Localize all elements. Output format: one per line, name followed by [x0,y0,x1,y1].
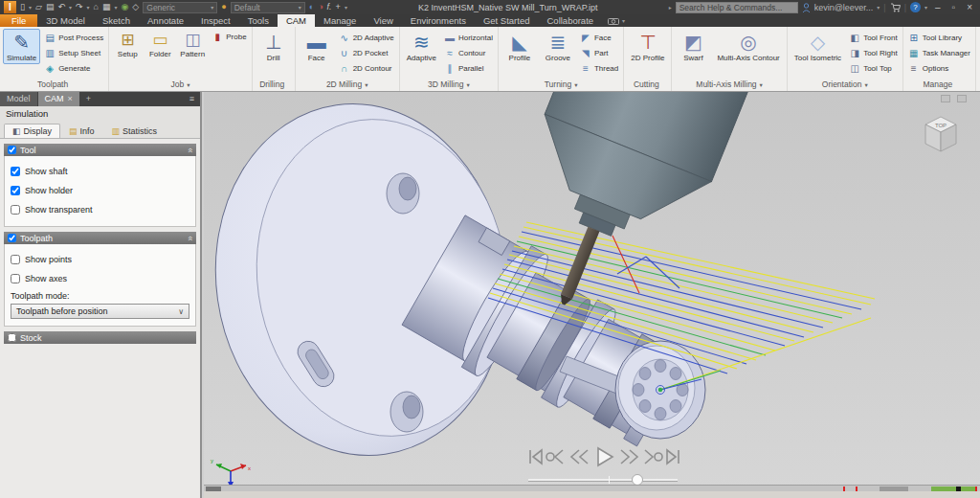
tab-view[interactable]: View [365,14,401,27]
ribbon-group-label-turning[interactable]: Turning▾ [499,79,623,91]
tool-isometric-button[interactable]: ◇ Tool Isometric [791,29,845,64]
2d-adaptive-button[interactable]: ∿ 2D Adaptive [337,30,396,45]
stock-section-header[interactable]: Stock [4,331,196,344]
minimize-button[interactable]: – [931,1,945,13]
ribbon-group-label-cutting[interactable]: Cutting [624,79,671,91]
face-button[interactable]: ▬ Face [299,29,335,64]
generate-button[interactable]: ◈ Generate [42,60,105,76]
thread-button[interactable]: ≡ Thread [578,60,620,76]
tab-environments[interactable]: Environments [402,14,475,27]
adaptive-button[interactable]: ≋ Adaptive [403,29,440,64]
render-icon[interactable]: ▦ [102,1,111,13]
undo-caret-icon[interactable]: ▾ [69,4,72,11]
username[interactable]: kevin@leever... [814,3,874,12]
collapse-pin-icon[interactable]: « [185,147,194,152]
pattern-button[interactable]: ◫ Pattern [177,29,208,59]
tab-annotate[interactable]: Annotate [139,14,192,27]
tab-cam[interactable]: CAM [278,14,315,27]
add-panel-tab-button[interactable]: + [80,92,97,106]
home-icon[interactable]: ⌂ [94,1,99,13]
toolpath-section-header[interactable]: Toolpath « [4,232,196,244]
panel-menu-icon[interactable]: ≡ [184,92,200,106]
play-button[interactable] [598,448,612,465]
previous-operation-button[interactable] [546,450,563,464]
redo-caret-icon[interactable]: ▾ [87,4,90,11]
cart-icon[interactable] [890,3,901,12]
tab-sketch[interactable]: Sketch [94,14,139,27]
show-transparent-checkbox[interactable] [11,205,20,215]
setup-sheet-button[interactable]: ▥ Setup Sheet [42,45,105,60]
ribbon-group-label-3d-milling[interactable]: 3D Milling▾ [400,79,498,91]
fx-parameters-icon[interactable]: f. [327,1,332,13]
undo-icon[interactable]: ↶ [57,1,65,13]
tab-info[interactable]: ▤ Info [60,124,103,138]
tab-3d-model[interactable]: 3D Model [37,14,94,27]
tab-get-started[interactable]: Get Started [475,14,539,27]
ribbon-group-label-manage[interactable]: Manage [903,79,975,91]
appearance-dropdown[interactable]: Default ▾ [231,2,305,13]
tabrow-caret-icon[interactable]: ▾ [622,17,625,24]
camera-icon[interactable] [608,17,619,25]
viewcube[interactable]: TOP [925,117,956,151]
search-flyout-icon[interactable]: ▸ [669,4,672,11]
tab-inspect[interactable]: Inspect [192,14,239,27]
qat-overflow-caret-icon[interactable]: ▾ [345,4,347,11]
tool-library-button[interactable]: ⊞ Tool Library [906,30,972,45]
post-process-button[interactable]: ▤ Post Process [42,30,105,45]
folder-button[interactable]: ▭ Folder [145,29,175,59]
probe-button[interactable]: ▮ Probe [210,29,248,44]
rewind-button[interactable] [571,450,588,464]
tab-file[interactable]: File [0,14,37,27]
panel-tab-cam[interactable]: CAM× [38,92,79,106]
ribbon-group-label-job[interactable]: Job▾ [109,79,251,91]
profile-button[interactable]: ◣ Profile [501,29,538,64]
appearance-sphere-icon[interactable]: ● [221,1,226,13]
tool-section-checkbox[interactable] [8,146,16,154]
tab-statistics[interactable]: ▥ Statistics [103,124,167,138]
show-shaft-checkbox[interactable] [11,167,20,176]
show-points-checkbox[interactable] [11,255,20,264]
open-icon[interactable]: ▱ [35,1,42,13]
turn-part-button[interactable]: ◥ Part [578,45,620,60]
ribbon-group-label-toolpath[interactable]: Toolpath [0,79,108,91]
skip-to-start-button[interactable] [530,450,542,464]
ribbon-group-label-2d-milling[interactable]: 2D Milling▾ [296,79,399,91]
account-caret-icon[interactable]: ▾ [877,4,880,11]
close-cam-tab-icon[interactable]: × [68,94,73,103]
turn-face-button[interactable]: ◤ Face [578,30,620,45]
tool-top-button[interactable]: ◫ Tool Top [847,60,900,76]
stock-section-checkbox[interactable] [8,333,16,342]
ribbon-group-label-orientation[interactable]: Orientation▾ [788,79,902,91]
swarf-button[interactable]: ◩ Swarf [675,29,711,64]
viewcube-top-label[interactable]: TOP [935,123,947,128]
help-icon[interactable]: ? [910,2,921,12]
ribbon-group-label-drilling[interactable]: Drilling [253,79,295,91]
navigation-bar-icon[interactable] [941,95,950,102]
search-input[interactable] [676,2,798,13]
new-file-caret-icon[interactable]: ▾ [29,4,32,11]
ribbon-group-label-help[interactable]: Help [976,79,980,91]
tab-collaborate[interactable]: Collaborate [538,14,602,27]
material-sphere-icon[interactable]: ◇ [132,1,139,13]
horizontal-button[interactable]: ▬ Horizontal [442,30,495,45]
ribbon-group-label-multi-axis-milling[interactable]: Multi-Axis Milling▾ [672,79,786,91]
slider-track[interactable] [528,479,678,481]
material-dropdown[interactable]: Generic ▾ [143,2,217,13]
tool-right-button[interactable]: ◨ Tool Right [847,45,900,60]
model-viewport[interactable]: TOP y x z [204,92,980,498]
redo-icon[interactable]: ↷ [76,1,83,13]
collapse-pin-icon[interactable]: « [185,236,194,240]
2d-contour-button[interactable]: ∩ 2D Contour [337,60,396,76]
simulate-button[interactable]: ✎ Simulate [3,29,40,64]
adjust-icon[interactable]: ◐ [309,1,314,13]
panel-tab-model[interactable]: Model [0,92,37,106]
operation-timeline[interactable] [204,485,980,491]
document-window-icon[interactable] [957,95,967,102]
fast-forward-button[interactable] [621,450,637,464]
toolpath-section-checkbox[interactable] [8,234,16,242]
tab-display[interactable]: ◧ Display [4,124,60,138]
save-icon[interactable]: ▤ [46,1,55,13]
setup-button[interactable]: ⊞ Setup [112,29,143,59]
restore-button[interactable]: ▫ [948,1,960,13]
toolpath-mode-dropdown[interactable]: Toolpath before position ∨ [11,304,189,319]
